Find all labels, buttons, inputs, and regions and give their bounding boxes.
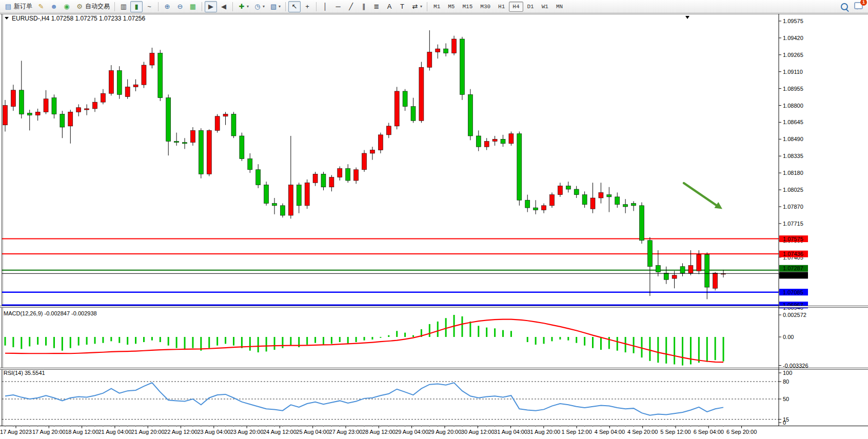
timeframe-m5-button[interactable]: M5 — [444, 2, 458, 12]
horizontal-line-button[interactable]: ─ — [332, 1, 344, 12]
periods-button[interactable]: ◷▾ — [251, 1, 267, 12]
signals-button[interactable]: ◉ — [61, 1, 73, 12]
chevron-down-icon: ▾ — [263, 4, 265, 9]
signals-icon: ◉ — [63, 3, 71, 11]
candle — [452, 39, 457, 53]
macd-label: MACD(12,26,9) -0.002847 -0.002938 — [4, 310, 97, 316]
toolbar-separator — [114, 2, 115, 11]
zoom-in-button[interactable]: ⊕ — [161, 1, 173, 12]
candle — [419, 67, 424, 121]
tile-windows-icon: ▦ — [189, 3, 197, 11]
mt4-window: { "toolbar": { "groups": [ {"items":[ {"… — [0, 0, 868, 439]
chart-title: EURUSD-,H4 1.07258 1.07275 1.07233 1.072… — [12, 15, 146, 22]
current-price-label-text: 1.07256 — [783, 272, 803, 278]
crosshair-button[interactable]: + — [301, 1, 313, 12]
candle — [664, 273, 668, 280]
toolbar-separator — [232, 2, 233, 11]
new-order-button[interactable]: ▤新订单 — [2, 1, 34, 12]
timeframe-d1-button[interactable]: D1 — [524, 2, 538, 12]
arrows-button[interactable]: ⇄▾ — [409, 1, 424, 12]
timeframe-h1-button[interactable]: H1 — [495, 2, 508, 12]
candle — [133, 85, 138, 87]
timeframe-w1-button[interactable]: W1 — [538, 2, 552, 12]
candle — [492, 139, 497, 141]
candle — [468, 94, 472, 136]
text-label-button[interactable]: T — [396, 1, 408, 12]
price-tick-label: 1.08490 — [783, 136, 803, 142]
price-tick-label: 1.07715 — [783, 221, 803, 227]
price-tick-label: 1.08800 — [783, 103, 803, 109]
new-order-button-label: 新订单 — [14, 2, 32, 11]
cursor-button[interactable]: ↖ — [288, 1, 301, 12]
line-chart-icon: ~ — [145, 3, 153, 11]
candle — [394, 91, 399, 126]
templates-button[interactable]: ▧▾ — [267, 1, 283, 12]
timeframe-mn-button[interactable]: MN — [553, 2, 566, 12]
candle — [615, 197, 620, 205]
timeframe-m15-button[interactable]: M15 — [459, 2, 476, 12]
chart-window: EURUSD-,H4 1.07258 1.07275 1.07233 1.072… — [0, 14, 868, 439]
line-chart-button[interactable]: ~ — [143, 1, 155, 12]
candle — [362, 153, 367, 170]
tile-windows-button[interactable]: ▦ — [187, 1, 199, 12]
time-tick-label: 25 Aug 04:00 — [296, 429, 329, 435]
auto-scroll-button[interactable]: ▶ — [205, 1, 217, 12]
editor-icon: ☻ — [50, 3, 58, 11]
candle — [436, 49, 440, 52]
time-tick-label: 29 Aug 20:00 — [428, 429, 461, 435]
level-price-label-text: 1.07287 — [783, 265, 803, 271]
candlestick-chart-button[interactable]: ▮ — [130, 1, 143, 12]
candle — [599, 192, 603, 198]
candle — [174, 142, 179, 143]
toolbar-separator — [316, 2, 317, 11]
chat-button[interactable]: 1 — [854, 2, 863, 11]
candle — [125, 87, 130, 96]
editor-button[interactable]: ☻ — [48, 1, 60, 12]
candle — [199, 130, 203, 174]
trendline-button[interactable]: ╱ — [345, 1, 357, 12]
auto-trading-button-label: 自动交易 — [85, 2, 110, 11]
candle — [60, 114, 65, 127]
time-tick-label: 30 Aug 12:00 — [461, 429, 495, 435]
candle — [582, 195, 587, 205]
fibonacci-button[interactable]: ≣ — [370, 1, 383, 12]
price-tick-label: 1.08645 — [783, 119, 803, 125]
time-tick-label: 23 Aug 20:00 — [230, 429, 264, 435]
candle — [11, 90, 15, 107]
price-tick-label: 1.09575 — [783, 18, 803, 24]
candle — [35, 112, 40, 115]
candle — [574, 189, 579, 195]
zoom-out-button[interactable]: ⊖ — [174, 1, 186, 12]
candle — [68, 112, 73, 126]
candle — [672, 275, 677, 278]
time-tick-label: 28 Aug 12:00 — [362, 429, 396, 435]
rsi-tick-label: 0 — [783, 420, 786, 426]
timeframe-m30-button[interactable]: M30 — [477, 2, 494, 12]
styler-button[interactable]: ✎ — [35, 1, 47, 12]
clock-icon: ◷ — [253, 3, 262, 11]
candle — [256, 170, 261, 185]
candle — [272, 204, 277, 206]
candle — [305, 183, 309, 206]
indicators-button[interactable]: ✚▾ — [235, 1, 251, 12]
candle — [142, 65, 146, 85]
candle — [501, 139, 505, 143]
toolbar-separator — [202, 2, 202, 11]
trendline-icon: ╱ — [347, 3, 355, 11]
horizontal-line-icon: ─ — [334, 3, 342, 11]
vertical-line-icon: │ — [321, 3, 329, 11]
vertical-line-button[interactable]: │ — [319, 1, 331, 12]
candle — [403, 91, 407, 107]
auto-trading-button[interactable]: ⚙自动交易 — [73, 1, 112, 12]
candle — [44, 99, 48, 112]
timeframe-h4-button[interactable]: H4 — [509, 2, 523, 12]
candle — [632, 204, 636, 206]
chart-shift-button[interactable]: ◀ — [218, 1, 230, 12]
bar-chart-button[interactable]: ▥ — [117, 1, 130, 12]
zoom-in-icon: ⊕ — [163, 3, 171, 11]
channel-button[interactable]: ∥ — [358, 1, 370, 12]
search-icon[interactable] — [841, 3, 848, 10]
time-tick-label: 1 Sep 12:00 — [561, 429, 591, 435]
timeframe-m1-button[interactable]: M1 — [430, 2, 444, 12]
text-button[interactable]: A — [383, 1, 396, 12]
